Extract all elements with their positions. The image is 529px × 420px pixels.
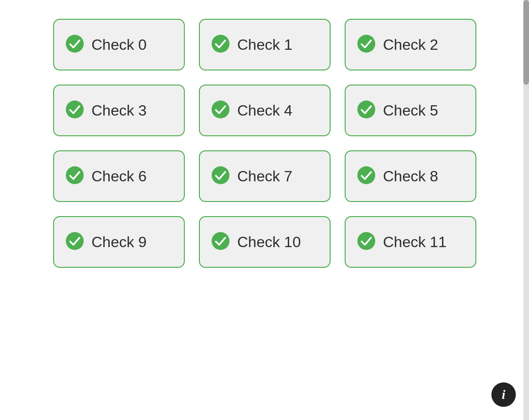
check-icon-9	[65, 232, 84, 252]
svg-point-1	[212, 35, 229, 53]
svg-point-11	[357, 232, 375, 250]
check-label-6: Check 6	[92, 168, 147, 185]
check-icon-0	[65, 34, 84, 55]
check-item-9[interactable]: Check 9	[53, 216, 185, 268]
check-label-11: Check 11	[383, 233, 447, 251]
check-item-6[interactable]: Check 6	[53, 150, 185, 202]
check-label-0: Check 0	[92, 36, 147, 54]
svg-point-8	[357, 166, 375, 184]
check-label-8: Check 8	[383, 168, 438, 185]
check-icon-5	[357, 100, 376, 121]
check-icon-6	[65, 166, 84, 187]
check-icon-7	[211, 166, 230, 187]
info-icon: i	[502, 387, 505, 402]
info-button[interactable]: i	[491, 382, 516, 407]
check-label-2: Check 2	[383, 36, 438, 54]
check-item-2[interactable]: Check 2	[345, 19, 476, 70]
check-icon-10	[211, 232, 230, 252]
check-icon-3	[65, 100, 84, 121]
check-icon-11	[357, 232, 376, 252]
check-item-8[interactable]: Check 8	[345, 150, 476, 202]
check-label-3: Check 3	[92, 102, 147, 119]
svg-point-2	[357, 35, 375, 53]
check-item-4[interactable]: Check 4	[199, 85, 331, 136]
scrollbar-track	[523, 0, 529, 420]
check-item-11[interactable]: Check 11	[345, 216, 476, 268]
check-label-10: Check 10	[237, 233, 301, 251]
check-icon-2	[357, 34, 376, 55]
check-icon-1	[211, 34, 230, 55]
check-icon-4	[211, 100, 230, 121]
check-item-0[interactable]: Check 0	[53, 19, 185, 70]
svg-point-7	[212, 166, 229, 184]
svg-point-3	[66, 101, 84, 118]
svg-point-10	[212, 232, 229, 250]
check-label-9: Check 9	[92, 233, 147, 251]
check-item-10[interactable]: Check 10	[199, 216, 331, 268]
check-label-7: Check 7	[237, 168, 292, 185]
check-icon-8	[357, 166, 376, 187]
check-label-1: Check 1	[237, 36, 292, 54]
checks-grid: Check 0 Check 1 Check 2 Check 3 Check 4	[25, 0, 505, 287]
svg-point-9	[66, 232, 84, 250]
svg-point-0	[66, 35, 84, 53]
check-item-3[interactable]: Check 3	[53, 85, 185, 136]
scrollbar-thumb[interactable]	[523, 0, 529, 85]
check-label-5: Check 5	[383, 102, 438, 119]
svg-point-5	[357, 101, 375, 118]
check-label-4: Check 4	[237, 102, 292, 119]
check-item-7[interactable]: Check 7	[199, 150, 331, 202]
svg-point-6	[66, 166, 84, 184]
check-item-5[interactable]: Check 5	[345, 85, 476, 136]
check-item-1[interactable]: Check 1	[199, 19, 331, 70]
svg-point-4	[212, 101, 229, 118]
